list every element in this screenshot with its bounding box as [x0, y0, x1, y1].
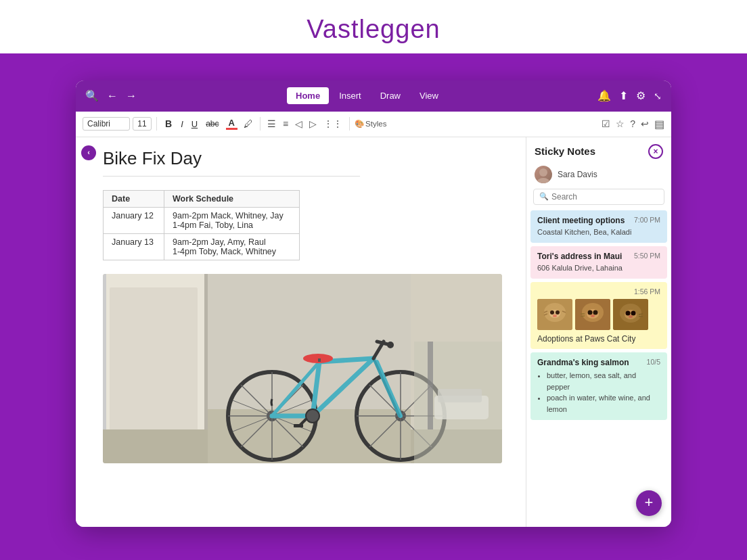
search-icon-small: 🔍 — [539, 192, 549, 201]
settings-icon[interactable]: ⚙ — [636, 89, 646, 102]
outdent-icon[interactable]: ◁ — [293, 118, 304, 129]
table-row: January 13 9am-2pm Jay, Amy, Raul 1-4pm … — [104, 233, 300, 260]
svg-point-50 — [553, 314, 557, 317]
svg-point-61 — [591, 314, 595, 317]
top-bar-right: 🔔 ⬆ ⚙ ⤡ — [597, 89, 662, 102]
collapse-icon[interactable]: ⤡ — [654, 91, 662, 101]
table-row: January 12 9am-2pm Mack, Whitney, Jay 1-… — [104, 207, 300, 233]
note-title-3: Adoptions at Paws Cat City — [537, 334, 660, 344]
page-icon[interactable]: ▤ — [654, 118, 664, 131]
svg-point-69 — [626, 311, 631, 316]
note-body-1: Coastal Kitchen, Bea, Kaladi — [537, 227, 660, 237]
schedule-table: Date Work Schedule January 12 9am-2pm Ma… — [103, 190, 300, 260]
note-title-4: Grandma's king salmon — [537, 358, 629, 367]
main-area: ‹ Bike Fix Day Date Work Schedule — [76, 137, 671, 527]
note-area: Bike Fix Day Date Work Schedule — [76, 137, 526, 477]
note-card-client-meeting[interactable]: Client meeting options 7:00 PM Coastal K… — [530, 210, 667, 243]
svg-point-59 — [588, 310, 593, 315]
checkbox-icon[interactable]: ☑ — [602, 118, 610, 129]
svg-point-60 — [593, 310, 598, 315]
row1-schedule: 9am-2pm Mack, Whitney, Jay 1-4pm Fai, To… — [164, 207, 300, 233]
align-icon[interactable]: ⋮⋮ — [321, 118, 344, 129]
svg-rect-36 — [294, 424, 303, 427]
user-row: Sara Davis — [526, 163, 671, 189]
forward-icon[interactable]: → — [126, 90, 137, 102]
note-time-3: 1:56 PM — [634, 287, 660, 296]
indent-icon[interactable]: ▷ — [307, 118, 319, 129]
svg-point-48 — [550, 310, 554, 314]
user-avatar — [535, 166, 552, 183]
svg-rect-39 — [438, 389, 482, 402]
underline-button[interactable]: U — [189, 118, 200, 131]
sticky-notes-close-button[interactable]: × — [648, 144, 663, 159]
note-time-1: 7:00 PM — [634, 216, 660, 224]
font-color-label: A — [226, 118, 237, 130]
user-name: Sara Davis — [558, 170, 597, 179]
bold-button[interactable]: B — [162, 117, 175, 131]
sticky-notes-panel: Sticky Notes × Sara Davi — [526, 137, 671, 527]
share-icon[interactable]: ⬆ — [619, 89, 628, 102]
tab-home[interactable]: Home — [287, 87, 329, 104]
svg-rect-4 — [110, 287, 198, 450]
cat-photo-2 — [575, 299, 610, 330]
back-icon[interactable]: ← — [107, 90, 118, 102]
numbered-list-icon[interactable]: ≡ — [281, 118, 290, 129]
close-icon: × — [653, 147, 658, 156]
help-icon[interactable]: ? — [630, 118, 635, 129]
row1-date: January 12 — [104, 207, 164, 233]
page-title: Vastleggen — [307, 15, 440, 43]
font-name-input[interactable] — [83, 117, 130, 131]
search-input[interactable] — [551, 192, 658, 202]
search-box[interactable]: 🔍 — [533, 189, 664, 205]
app-window: 🔍 ← → Home Insert Draw View 🔔 ⬆ ⚙ ⤡ — [76, 80, 671, 527]
row2-date: January 13 — [104, 233, 164, 260]
styles-button[interactable]: 🎨 Styles — [355, 119, 386, 129]
undo-icon[interactable]: ↩ — [641, 118, 649, 129]
note-card-grandma-salmon[interactable]: Grandma's king salmon 10/5 butter, lemon… — [530, 352, 667, 420]
content-panel: ‹ Bike Fix Day Date Work Schedule — [76, 137, 526, 527]
svg-point-42 — [537, 178, 550, 183]
cat-photo-1 — [537, 299, 572, 330]
cat-photo-3 — [613, 299, 648, 330]
note-time-4: 10/5 — [647, 358, 660, 366]
tab-draw[interactable]: Draw — [371, 87, 409, 104]
note-title-1: Client meeting options — [537, 216, 625, 225]
add-note-button[interactable]: + — [636, 490, 662, 516]
svg-point-70 — [631, 311, 636, 316]
bullet-list-icon[interactable]: ☰ — [265, 118, 278, 129]
brush-icon: 🎨 — [355, 119, 364, 129]
add-icon: + — [645, 495, 654, 510]
note-title-2: Tori's address in Maui — [537, 252, 622, 261]
svg-point-41 — [539, 168, 547, 177]
top-bar: 🔍 ← → Home Insert Draw View 🔔 ⬆ ⚙ ⤡ — [76, 80, 671, 112]
chevron-left-icon: ‹ — [87, 149, 90, 156]
bullet-2: poach in water, white wine, and lemon — [547, 392, 660, 415]
cat-photos-row — [537, 299, 660, 330]
bike-image — [103, 274, 502, 463]
note-card-tori-address[interactable]: Tori's address in Maui 5:50 PM 606 Kalul… — [530, 246, 667, 279]
font-size-input[interactable] — [133, 117, 152, 131]
page-title-bar: Vastleggen — [0, 0, 747, 53]
top-bar-left: 🔍 ← → — [85, 89, 137, 102]
tab-view[interactable]: View — [411, 87, 447, 104]
row2-schedule: 9am-2pm Jay, Amy, Raul 1-4pm Toby, Mack,… — [164, 233, 300, 260]
ribbon: B I U abc A 🖊 ☰ ≡ ◁ ▷ ⋮⋮ 🎨 Styles ☑ — [76, 112, 671, 137]
note-time-2: 5:50 PM — [634, 252, 660, 260]
strikethrough-button[interactable]: abc — [203, 118, 221, 130]
highlight-icon[interactable]: 🖊 — [242, 117, 255, 131]
star-icon[interactable]: ☆ — [616, 118, 625, 129]
col-schedule: Work Schedule — [164, 190, 300, 207]
bullet-1: butter, lemon, sea salt, and pepper — [547, 370, 660, 392]
tab-insert[interactable]: Insert — [330, 87, 370, 104]
svg-point-31 — [387, 342, 394, 348]
svg-rect-40 — [428, 342, 433, 429]
note-card-adoptions[interactable]: 1:56 PM — [530, 282, 667, 349]
top-bar-center: Home Insert Draw View — [143, 87, 591, 104]
italic-button[interactable]: I — [178, 118, 186, 131]
sidebar-toggle-button[interactable]: ‹ — [81, 145, 96, 160]
svg-line-63 — [581, 316, 585, 317]
bell-icon[interactable]: 🔔 — [597, 89, 611, 102]
search-icon[interactable]: 🔍 — [85, 89, 99, 102]
sticky-notes-header: Sticky Notes × — [526, 137, 671, 163]
notes-list: Client meeting options 7:00 PM Coastal K… — [526, 210, 671, 527]
